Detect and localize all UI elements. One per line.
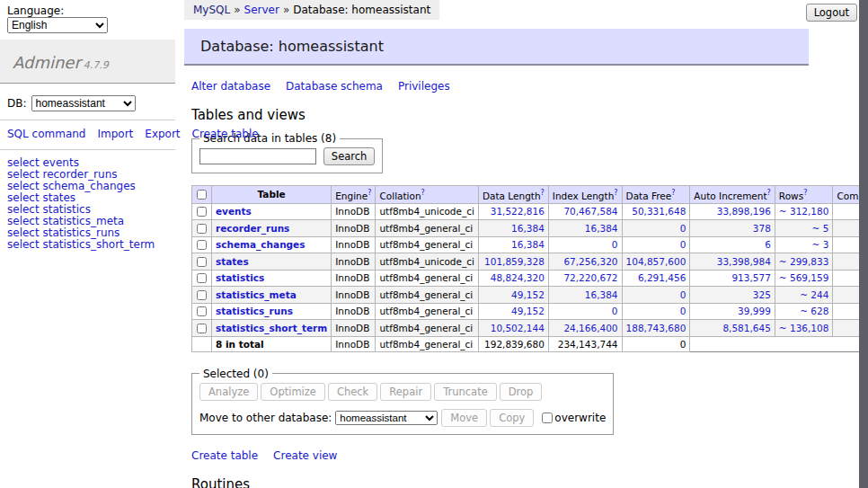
db-select[interactable]: homeassistant: [31, 95, 136, 111]
data-free-link[interactable]: 0: [680, 239, 686, 250]
index-length-link[interactable]: 16,384: [585, 223, 618, 234]
rows-link[interactable]: ~ 628: [800, 306, 828, 316]
overwrite-label[interactable]: overwrite: [554, 412, 606, 424]
help-icon[interactable]: ?: [767, 189, 771, 197]
auto-increment-link[interactable]: 325: [753, 289, 771, 300]
row-checkbox[interactable]: [197, 306, 207, 316]
copy-button[interactable]: Copy: [490, 409, 534, 427]
row-checkbox[interactable]: [197, 324, 207, 333]
breadcrumb-server-link[interactable]: Server: [244, 4, 279, 16]
breadcrumb-mysql-link[interactable]: MySQL: [193, 4, 230, 16]
data-free-link[interactable]: 104,857,600: [626, 256, 686, 267]
action-link-privileges[interactable]: Privileges: [398, 80, 450, 93]
help-icon[interactable]: ?: [614, 189, 617, 197]
index-length-link[interactable]: 0: [612, 306, 618, 316]
app-name[interactable]: Adminer: [13, 53, 81, 72]
auto-increment-link[interactable]: 378: [753, 223, 771, 234]
table-link-events[interactable]: events: [216, 206, 252, 217]
sidebar-link-create-table[interactable]: Create table: [192, 128, 259, 140]
data-free-link[interactable]: 188,743,680: [626, 323, 686, 333]
sidebar-link-select-schema-changes[interactable]: select schema_changes: [7, 180, 136, 192]
rows-link[interactable]: ~ 5: [812, 223, 829, 234]
row-checkbox[interactable]: [197, 224, 207, 234]
table-link-statistics[interactable]: statistics: [216, 272, 264, 283]
select-all-checkbox[interactable]: [197, 190, 207, 200]
table-link-recorder-runs[interactable]: recorder_runs: [216, 223, 289, 234]
data-length-link[interactable]: 31,522,816: [491, 206, 545, 217]
scrollbar[interactable]: [859, 0, 868, 488]
index-length-link[interactable]: 24,166,400: [563, 323, 617, 333]
table-link-schema-changes[interactable]: schema_changes: [216, 239, 306, 250]
rows-link[interactable]: ~ 3: [812, 239, 829, 250]
auto-increment-link[interactable]: 913,577: [731, 272, 770, 283]
help-icon[interactable]: ?: [421, 189, 425, 197]
rows-link[interactable]: ~ 244: [800, 289, 828, 300]
create-link-create-table[interactable]: Create table: [191, 449, 258, 462]
table-link-statistics-runs[interactable]: statistics_runs: [216, 306, 293, 316]
search-button[interactable]: Search: [323, 147, 376, 165]
row-checkbox[interactable]: [197, 240, 207, 250]
sidebar-link-select-states[interactable]: select states: [7, 191, 75, 204]
auto-increment-link[interactable]: 6: [765, 239, 771, 250]
sidebar-link-import[interactable]: Import: [97, 128, 133, 140]
rows-link[interactable]: ~ 299,833: [779, 256, 829, 267]
data-free-link[interactable]: 0: [680, 289, 686, 300]
auto-increment-link[interactable]: 39,999: [738, 306, 771, 316]
data-length-link[interactable]: 48,824,320: [491, 272, 545, 283]
table-link-states[interactable]: states: [216, 256, 249, 267]
index-length-link[interactable]: 72,220,672: [563, 272, 617, 283]
row-checkbox[interactable]: [197, 207, 207, 217]
move-button[interactable]: Move: [441, 409, 487, 427]
search-input[interactable]: [199, 148, 316, 164]
sidebar-link-select-statistics-short-term[interactable]: select statistics_short_term: [7, 238, 155, 251]
sidebar-link-select-recorder-runs[interactable]: select recorder_runs: [7, 168, 118, 181]
move-db-select[interactable]: homeassistant: [335, 411, 438, 425]
truncate-button[interactable]: Truncate: [434, 383, 497, 401]
sidebar-link-select-statistics-meta[interactable]: select statistics_meta: [7, 215, 124, 227]
sidebar-link-export[interactable]: Export: [145, 128, 180, 140]
sidebar-link-select-statistics[interactable]: select statistics: [7, 203, 91, 216]
rows-link[interactable]: ~ 312,180: [779, 206, 829, 217]
data-length-link[interactable]: 49,152: [511, 289, 545, 300]
index-length-link[interactable]: 67,256,320: [563, 256, 617, 267]
drop-button[interactable]: Drop: [500, 383, 543, 401]
row-checkbox[interactable]: [197, 273, 207, 283]
row-checkbox[interactable]: [197, 257, 207, 267]
help-icon[interactable]: ?: [541, 189, 545, 197]
auto-increment-link[interactable]: 8,581,645: [722, 323, 770, 333]
data-free-link[interactable]: 6,291,456: [638, 272, 686, 283]
analyze-button[interactable]: Analyze: [199, 383, 258, 401]
overwrite-checkbox[interactable]: [542, 413, 553, 423]
repair-button[interactable]: Repair: [380, 383, 431, 401]
sidebar-link-select-statistics-runs[interactable]: select statistics_runs: [7, 226, 120, 239]
sidebar-link-select-events[interactable]: select events: [7, 156, 79, 169]
logout-button[interactable]: Logout: [806, 4, 857, 22]
help-icon[interactable]: ?: [803, 189, 807, 197]
rows-link[interactable]: ~ 136,108: [779, 323, 829, 333]
index-length-link[interactable]: 70,467,584: [563, 206, 617, 217]
help-icon[interactable]: ?: [671, 189, 675, 197]
data-free-link[interactable]: 0: [680, 223, 686, 234]
index-length-link[interactable]: 16,384: [585, 289, 618, 300]
auto-increment-link[interactable]: 33,398,984: [717, 256, 771, 267]
index-length-link[interactable]: 0: [612, 239, 618, 250]
table-link-statistics-meta[interactable]: statistics_meta: [216, 289, 297, 300]
data-length-link[interactable]: 101,859,328: [484, 256, 545, 267]
data-length-link[interactable]: 10,502,144: [491, 323, 545, 333]
sidebar-link-sql-command[interactable]: SQL command: [7, 128, 85, 140]
rows-link[interactable]: ~ 569,159: [779, 272, 829, 283]
action-link-database-schema[interactable]: Database schema: [286, 80, 383, 93]
auto-increment-link[interactable]: 33,898,196: [717, 206, 771, 217]
action-link-alter-database[interactable]: Alter database: [191, 80, 270, 93]
check-button[interactable]: Check: [328, 383, 377, 401]
language-select[interactable]: English: [7, 17, 108, 33]
create-link-create-view[interactable]: Create view: [273, 449, 337, 462]
data-length-link[interactable]: 16,384: [511, 223, 545, 234]
row-checkbox[interactable]: [197, 290, 207, 300]
data-free-link[interactable]: 50,331,648: [632, 206, 686, 217]
help-icon[interactable]: ?: [368, 189, 371, 197]
scrollbar-thumb[interactable]: [859, 0, 868, 488]
optimize-button[interactable]: Optimize: [261, 383, 325, 401]
data-length-link[interactable]: 16,384: [511, 239, 545, 250]
data-length-link[interactable]: 49,152: [511, 306, 545, 316]
